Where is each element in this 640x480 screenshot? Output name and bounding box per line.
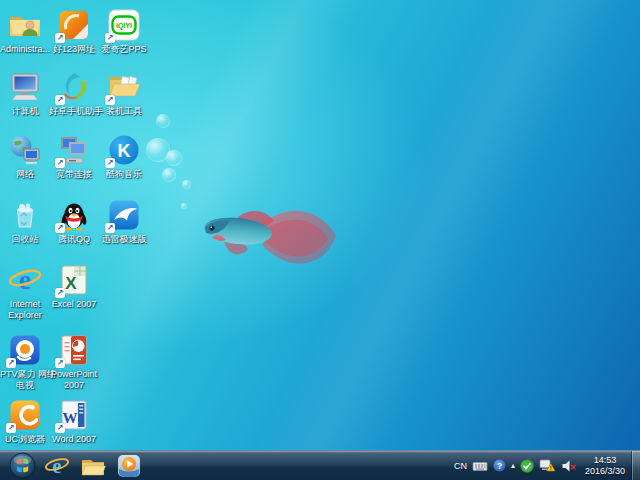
- clock-time: 14:53: [585, 455, 625, 466]
- mute-x-glyph: ✕: [570, 463, 577, 472]
- bubble: [162, 168, 176, 182]
- taskbar-internet-explorer[interactable]: e: [42, 453, 72, 479]
- bubble: [156, 114, 170, 128]
- kugou-k-glyph: K: [118, 141, 131, 161]
- hao123-icon: ↗: [57, 8, 91, 42]
- desktop-icon-label: 宽带连接: [49, 169, 99, 180]
- desktop-icon-setup-tools[interactable]: ↗ 装机工具: [99, 70, 149, 117]
- desktop-icon-powerpoint[interactable]: ↗ PowerPoint 2007: [49, 333, 99, 391]
- keyboard-icon[interactable]: [472, 460, 488, 472]
- shortcut-arrow-icon: ↗: [105, 158, 115, 168]
- xunlei-bird-icon: ↗: [107, 198, 141, 232]
- desktop-icon-iqiyi-pps[interactable]: iQIYI ↗ 爱奇艺PPS: [99, 8, 149, 55]
- desktop-icon-network[interactable]: 网络: [0, 133, 50, 180]
- desktop-icon-excel[interactable]: X ↗ Excel 2007: [49, 263, 99, 310]
- word-2007-icon: W ↗: [57, 398, 91, 432]
- desktop-icon-label: 腾讯QQ: [49, 234, 99, 245]
- internet-explorer-icon: e: [8, 263, 42, 297]
- desktop-icon-label: 酷狗音乐: [99, 169, 149, 180]
- desktop-icon-label: 迅雷极速版: [99, 234, 149, 245]
- taskbar-windows-explorer[interactable]: [78, 453, 108, 479]
- language-help-icon[interactable]: ?: [493, 459, 506, 472]
- clock-date: 2016/3/30: [585, 466, 625, 477]
- desktop-icon-label: Excel 2007: [49, 299, 99, 310]
- desktop-icon-recycle-bin[interactable]: 回收站: [0, 198, 50, 245]
- taskbar-windows-media-player[interactable]: [114, 453, 144, 479]
- shortcut-arrow-icon: ↗: [55, 158, 65, 168]
- desktop-icon-label: 好123网址: [49, 44, 99, 55]
- qq-penguin-icon: ↗: [57, 198, 91, 232]
- shortcut-arrow-icon: ↗: [55, 423, 65, 433]
- taskbar: e CN: [0, 450, 640, 480]
- security-ok-icon[interactable]: [520, 459, 534, 473]
- start-button[interactable]: [9, 452, 36, 479]
- bubble: [166, 150, 182, 166]
- shortcut-arrow-icon: ↗: [105, 33, 115, 43]
- network-icon: [8, 133, 42, 167]
- shortcut-arrow-icon: ↗: [6, 423, 16, 433]
- pptv-icon: ↗: [8, 333, 42, 367]
- excel-2007-icon: X ↗: [57, 263, 91, 297]
- desktop-icon-xunlei[interactable]: ↗ 迅雷极速版: [99, 198, 149, 245]
- shortcut-arrow-icon: ↗: [55, 95, 65, 105]
- show-desktop-button[interactable]: [631, 451, 640, 480]
- desktop-icon-label: 爱奇艺PPS: [99, 44, 149, 55]
- desktop-icon-administrator[interactable]: Administra...: [0, 8, 50, 55]
- broadband-connection-icon: ↗: [57, 133, 91, 167]
- desktop-icon-ie[interactable]: e Internet Explorer: [0, 263, 50, 321]
- desktop-icon-label: UC浏览器: [0, 434, 50, 445]
- desktop-icon-label: Administra...: [0, 44, 50, 55]
- computer-icon: [8, 70, 42, 104]
- desktop-icon-label: Internet Explorer: [0, 299, 56, 321]
- show-hidden-icons-button[interactable]: ▴: [511, 462, 515, 470]
- shortcut-arrow-icon: ↗: [55, 288, 65, 298]
- iqiyi-pps-icon: iQIYI ↗: [107, 8, 141, 42]
- desktop-icon-label: 装机工具: [99, 106, 149, 117]
- desktop-icon-computer[interactable]: 计算机: [0, 70, 50, 117]
- desktop-icon-qq[interactable]: ↗ 腾讯QQ: [49, 198, 99, 245]
- system-tray: CN ? ▴: [454, 451, 640, 480]
- shortcut-arrow-icon: ↗: [105, 95, 115, 105]
- desktop-icon-label: 好卓手机助手: [49, 106, 99, 117]
- desktop-icon-label: 回收站: [0, 234, 50, 245]
- desktop-icon-label: Word 2007: [49, 434, 99, 445]
- desktop-icon-word[interactable]: W ↗ Word 2007: [49, 398, 99, 445]
- desktop-icon-phone-assistant[interactable]: ↗ 好卓手机助手: [49, 70, 99, 117]
- desktop-icon-broadband[interactable]: ↗ 宽带连接: [49, 133, 99, 180]
- desktop-icon-label: 网络: [0, 169, 50, 180]
- language-indicator[interactable]: CN: [454, 461, 467, 471]
- administrator-folder-icon: [8, 8, 42, 42]
- excel-x-glyph: X: [65, 274, 77, 293]
- setup-tools-folder-icon: ↗: [107, 70, 141, 104]
- desktop-icon-hao123[interactable]: ↗ 好123网址: [49, 8, 99, 55]
- powerpoint-2007-icon: ↗: [57, 333, 91, 367]
- volume-muted-icon[interactable]: ✕: [561, 459, 577, 473]
- desktop-icon-label: 计算机: [0, 106, 50, 117]
- shortcut-arrow-icon: ↗: [55, 33, 65, 43]
- betta-fish-wallpaper: [198, 193, 340, 277]
- ie-e-glyph: e: [52, 454, 61, 478]
- shortcut-arrow-icon: ↗: [105, 223, 115, 233]
- recycle-bin-icon: [8, 198, 42, 232]
- ie-e-glyph: e: [19, 264, 31, 295]
- iqiyi-glyph: iQIYI: [116, 22, 132, 30]
- kugou-music-icon: K ↗: [107, 133, 141, 167]
- tray-clock[interactable]: 14:53 2016/3/30: [585, 455, 625, 477]
- desktop-icon-label: PowerPoint 2007: [43, 369, 105, 391]
- bubble: [182, 180, 191, 189]
- uc-browser-icon: ↗: [8, 398, 42, 432]
- network-warning-icon[interactable]: !: [539, 458, 556, 473]
- phone-assistant-icon: ↗: [57, 70, 91, 104]
- bubble: [181, 203, 187, 209]
- help-glyph: ?: [497, 461, 502, 471]
- desktop-icon-uc[interactable]: ↗ UC浏览器: [0, 398, 50, 445]
- shortcut-arrow-icon: ↗: [6, 358, 16, 368]
- shortcut-arrow-icon: ↗: [55, 223, 65, 233]
- warning-glyph: !: [550, 465, 552, 471]
- shortcut-arrow-icon: ↗: [55, 358, 65, 368]
- desktop-icon-kugou[interactable]: K ↗ 酷狗音乐: [99, 133, 149, 180]
